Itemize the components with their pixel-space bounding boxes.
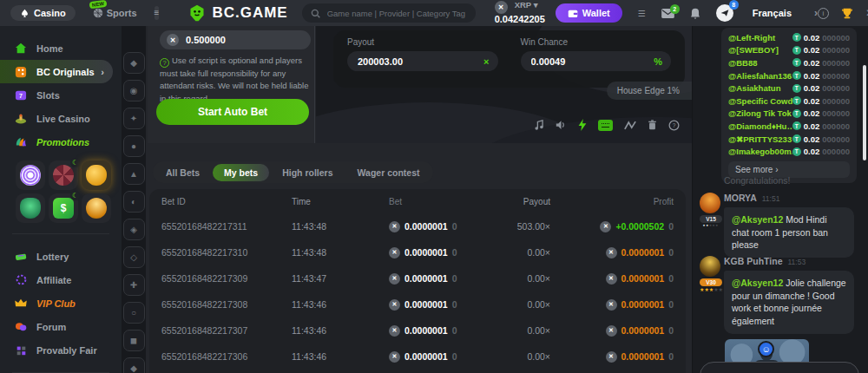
moon-badge-icon: ☾ — [70, 191, 80, 200]
game-icon[interactable]: ○ — [123, 302, 145, 324]
tip-row[interactable]: @Diamond♦Hu… T 0.02000000 — [728, 120, 850, 133]
chat-scrollbar[interactable] — [863, 65, 866, 160]
col-bet-id: Bet ID — [161, 197, 292, 206]
sidebar-item-promotions[interactable]: Promotions — [0, 130, 122, 154]
rank-icon[interactable]: ☰ — [638, 9, 646, 18]
tip-amount: T 0.02000000 — [792, 134, 850, 144]
tip-row[interactable]: @Specific Cowden T 0.02000000 — [728, 95, 850, 108]
chat-input[interactable] — [700, 362, 859, 373]
live-stats-icon[interactable] — [624, 121, 636, 130]
balance-selector[interactable]: ✕ XRP ▾ 0.04242205 — [495, 1, 545, 24]
tip-row[interactable]: @Asiakhatun T 0.02000000 — [728, 82, 850, 95]
chat-toggle-button[interactable]: 8 — [716, 4, 733, 22]
tip-row[interactable]: @[SWEBOY] T 0.02000000 — [728, 44, 850, 57]
bets-tab[interactable]: All Bets — [155, 164, 211, 181]
search-input[interactable] — [326, 8, 467, 19]
live-casino-icon — [14, 113, 28, 124]
game-search[interactable] — [302, 3, 476, 23]
usdt-coin-icon: T — [792, 96, 801, 105]
cash-voucher-icon[interactable]: $ ☾ — [49, 193, 78, 223]
tip-row[interactable]: @Zilong Tik Tok T 0.02000000 — [728, 108, 850, 121]
bet-amount-input[interactable] — [184, 34, 288, 46]
tip-row[interactable]: @BB88 T 0.02000000 — [728, 56, 850, 69]
trophy-icon[interactable] — [841, 8, 853, 19]
hotkeys-icon[interactable] — [598, 120, 613, 131]
game-icon[interactable]: ◆ — [123, 52, 145, 74]
piggy-bank-icon[interactable] — [82, 160, 111, 190]
chat-username[interactable]: KGB PuhTine — [724, 256, 782, 266]
sidebar-item-live-casino[interactable]: Live Casino — [0, 107, 122, 130]
tip-row[interactable]: @Aliesfahan1363 T 0.02000000 — [728, 69, 850, 82]
music-icon[interactable] — [534, 120, 544, 131]
game-icon[interactable]: ● — [123, 135, 145, 157]
reaction-button[interactable]: ☺ — [758, 341, 774, 357]
avatar[interactable] — [700, 193, 720, 213]
mention[interactable]: @Aksyen12 — [732, 278, 783, 288]
payout-panel: Payout × Win Chance % — [333, 30, 685, 88]
table-row[interactable]: 65520168482217308 11:43:46 ✕ 0.00000010 … — [161, 291, 674, 317]
sports-toggle[interactable]: NEW Sports — [88, 7, 142, 19]
game-icon[interactable]: ✚ — [123, 274, 145, 296]
usdt-coin-icon: T — [792, 58, 801, 67]
mail-button[interactable]: 2 — [661, 9, 674, 18]
chat-rules-icon[interactable]: i — [818, 8, 829, 19]
tip-row[interactable]: @Left-Right T 0.02000000 — [728, 31, 850, 44]
sidebar-item-lottery[interactable]: Lottery — [0, 245, 122, 268]
table-row[interactable]: 65520168482217311 11:43:48 ✕ 0.00000010 … — [161, 213, 674, 239]
game-icon[interactable]: ▲ — [123, 163, 145, 185]
win-chance-input[interactable] — [529, 56, 654, 68]
avatar[interactable] — [700, 256, 720, 277]
sidebar-item-forum[interactable]: Forum — [0, 315, 122, 338]
tip-username: @Imakegob00m… — [728, 147, 792, 156]
game-icon[interactable]: ◉ — [123, 80, 145, 101]
tip-row[interactable]: @Imakegob00m… T 0.02000000 — [728, 145, 850, 158]
game-icon[interactable]: ◆ — [123, 357, 145, 373]
game-icon[interactable]: ✦ — [123, 108, 145, 129]
casino-toggle[interactable]: Casino — [10, 5, 76, 21]
bet-amount-field[interactable]: ✕ — [160, 30, 311, 49]
game-icon[interactable]: ◈ — [123, 219, 145, 240]
sidebar-item-affiliate[interactable]: Affiliate — [0, 268, 122, 291]
trash-icon[interactable] — [648, 120, 657, 130]
chat-language-selector[interactable]: Français › — [753, 7, 818, 19]
sound-icon[interactable] — [556, 120, 567, 130]
coin-drop-icon[interactable] — [82, 193, 111, 223]
mention[interactable]: @Aksyen12 — [732, 214, 783, 225]
sidebar-item-bc-originals[interactable]: BC Originals › — [0, 60, 113, 83]
affiliate-icon — [14, 274, 28, 285]
claw-machine-icon[interactable] — [16, 193, 45, 223]
game-icon[interactable]: ◼ — [123, 330, 145, 351]
table-row[interactable]: 65520168482217310 11:43:48 ✕ 0.00000010 … — [161, 239, 674, 265]
menu-icon[interactable]: ≡ — [155, 6, 160, 20]
bet-time: 11:43:46 — [292, 325, 389, 336]
start-auto-bet-button[interactable]: Start Auto Bet — [156, 99, 309, 125]
table-row[interactable]: 65520168482217307 11:43:46 ✕ 0.00000010 … — [161, 317, 674, 344]
tip-rain-card: @Left-Right T 0.02000000 @[SWEBOY] T 0.0… — [721, 28, 857, 183]
sidebar-item-provably-fair[interactable]: Provably Fair — [0, 338, 122, 362]
game-icon[interactable]: ◐ — [123, 191, 145, 213]
bc-game-logo[interactable]: BC.GAME — [188, 4, 287, 22]
turbo-icon[interactable] — [578, 119, 587, 131]
spiral-wheel-icon[interactable] — [16, 160, 45, 190]
prize-wheel-icon[interactable]: ☾ — [49, 160, 78, 190]
chat-username[interactable]: MORYA — [724, 193, 757, 203]
sidebar-item-home[interactable]: Home — [0, 36, 122, 60]
tip-amount: T 0.02000000 — [792, 108, 850, 118]
win-chance-field[interactable]: % — [521, 51, 672, 71]
help-icon[interactable]: ? — [668, 120, 680, 131]
sidebar-item-slots[interactable]: 7 Slots — [0, 83, 122, 107]
bets-tab[interactable]: Wager contest — [346, 164, 431, 181]
bets-tab[interactable]: My bets — [213, 164, 269, 181]
payout-field[interactable]: × — [347, 51, 498, 71]
table-row[interactable]: 65520168482217309 11:43:47 ✕ 0.00000010 … — [161, 265, 674, 291]
sidebar-item-vip-club[interactable]: VIP Club — [0, 291, 122, 315]
notifications-button[interactable] — [690, 8, 700, 19]
table-row[interactable]: 65520168482217306 11:43:46 ✕ 0.00000010 … — [161, 344, 674, 370]
payout-input[interactable] — [356, 56, 483, 68]
xrp-coin-icon: ✕ — [389, 351, 400, 363]
wallet-button[interactable]: Wallet — [556, 3, 622, 23]
game-icon[interactable]: ◇ — [123, 246, 145, 268]
tip-row[interactable]: @✖PRITTYS233✖ T 0.02000000 — [728, 133, 850, 146]
bets-tab[interactable]: High rollers — [271, 164, 344, 181]
bet-time: 11:43:48 — [292, 221, 389, 232]
